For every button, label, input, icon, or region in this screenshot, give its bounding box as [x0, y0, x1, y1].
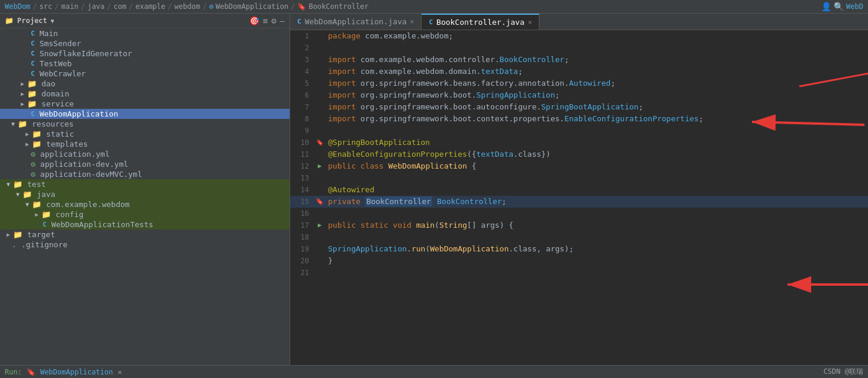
gutter-17: ▶: [314, 219, 326, 231]
tree-item-dao[interactable]: ▶ 📁 dao: [0, 79, 290, 89]
arrow-comexample-test: ▼: [24, 201, 31, 208]
tree-item-config-test[interactable]: ▶ 📁 config: [0, 209, 290, 219]
line-num-10: 10: [290, 137, 314, 148]
arrow-dao: ▶: [19, 80, 26, 87]
account-icon[interactable]: 👤: [821, 2, 831, 11]
tree-label-comexample-test: com.example.webdom: [46, 200, 130, 209]
sidebar-content[interactable]: C Main C SmsSender C SnowflakeIdGenerato…: [0, 28, 290, 365]
tree-item-snowflake[interactable]: C SnowflakeIdGenerator: [0, 49, 290, 59]
line-content-10: @SpringBootApplication: [326, 137, 868, 148]
tree-item-static[interactable]: ▶ 📁 static: [0, 129, 290, 139]
tab-close-webdomapp[interactable]: ✕: [410, 18, 414, 25]
code-line-19: 19 SpringApplication.run(WebDomApplicati…: [290, 243, 868, 255]
tree-item-webcrawler[interactable]: C WebCrawler: [0, 69, 290, 79]
tree-label-webdomapptests: WebDomApplicationTests: [52, 220, 153, 229]
locate-icon[interactable]: 🎯: [249, 16, 259, 25]
breadcrumb-java[interactable]: java: [88, 2, 105, 11]
tree-item-appdevmvcyml[interactable]: ⚙ application-devMVC.yml: [0, 169, 290, 179]
tree-item-comexample-test[interactable]: ▼ 📁 com.example.webdom: [0, 199, 290, 209]
minimize-icon[interactable]: —: [280, 16, 285, 25]
line-num-21: 21: [290, 267, 314, 279]
tree-label-domain: domain: [41, 89, 69, 98]
search-icon[interactable]: 🔍: [834, 2, 844, 11]
line-content-6: import org.springframework.boot.SpringAp…: [326, 89, 868, 101]
line-content-7: import org.springframework.boot.autoconf…: [326, 101, 868, 113]
tree-item-smssender[interactable]: C SmsSender: [0, 38, 290, 49]
line-num-11: 11: [290, 148, 314, 160]
tree-item-appyml[interactable]: ⚙ application.yml: [0, 149, 290, 159]
arrow-templates: ▶: [24, 141, 31, 147]
tab-close-bookcontroller[interactable]: ✕: [528, 18, 532, 26]
class-icon-smssender: C: [31, 40, 35, 47]
sidebar: 📁 Project ▼ 🎯 ≡ ⚙ — C Main C SmsSender: [0, 14, 290, 365]
gutter-9: [314, 125, 326, 137]
collapse-icon[interactable]: ≡: [263, 16, 268, 25]
tree-label-appdevmvcyml: application-devMVC.yml: [40, 170, 142, 179]
tree-label-webdomapp: WebDomApplication: [40, 109, 118, 118]
tree-item-testweb[interactable]: C TestWeb: [0, 59, 290, 69]
tree-label-resources: resources: [32, 119, 73, 128]
tree-label-service: service: [41, 99, 74, 108]
breadcrumb-example[interactable]: example: [136, 2, 166, 11]
tree-label-appyml: application.yml: [40, 150, 110, 159]
tab-webdomapp[interactable]: C WebDomApplication.java ✕: [290, 14, 422, 30]
code-line-9: 9: [290, 125, 868, 137]
breadcrumb-src[interactable]: src: [40, 2, 53, 11]
tree-item-appdevyml[interactable]: ⚙ application-dev.yml: [0, 159, 290, 169]
tab-icon-bookcontroller: C: [429, 18, 433, 26]
class-icon-webdomapptests: C: [43, 221, 47, 228]
breadcrumb-webdom[interactable]: WebDom: [5, 2, 30, 11]
line-content-8: import org.springframework.boot.context.…: [326, 113, 868, 125]
line-num-19: 19: [290, 243, 314, 255]
gutter-18: [314, 231, 326, 243]
breadcrumb-main[interactable]: main: [62, 2, 79, 11]
tree-item-java-test[interactable]: ▼ 📁 java: [0, 189, 290, 199]
tree-item-gitignore[interactable]: . .gitignore: [0, 240, 290, 250]
tree-label-java-test: java: [37, 190, 55, 199]
gutter-15: 🔖: [314, 196, 326, 208]
tree-item-main[interactable]: C Main: [0, 28, 290, 38]
breadcrumb-bar: WebDom / src / main / java / com / examp…: [0, 0, 868, 14]
gutter-1: [314, 30, 326, 42]
line-content-11: @EnableConfigurationProperties({textData…: [326, 148, 868, 160]
settings-icon[interactable]: ⚙: [271, 16, 276, 25]
tree-item-domain[interactable]: ▶ 📁 domain: [0, 89, 290, 99]
code-line-10: 10 🔖 @SpringBootApplication: [290, 137, 868, 148]
gutter-7: [314, 101, 326, 113]
line-content-16: [326, 208, 868, 219]
class-icon-webcrawler: C: [31, 70, 35, 77]
run-app[interactable]: WebDomApplication: [40, 368, 113, 376]
sidebar-title: 📁 Project ▼: [5, 17, 54, 25]
folder-icon-templates: 📁: [32, 140, 41, 148]
tree-item-resources[interactable]: ▼ 📁 resources: [0, 119, 290, 129]
class-icon-snowflake: C: [31, 50, 35, 57]
tree-item-webdomapp[interactable]: C WebDomApplication: [0, 109, 290, 119]
tree-item-test[interactable]: ▼ 📁 test: [0, 179, 290, 189]
gutter-6: [314, 89, 326, 101]
breadcrumb-webdomapp[interactable]: WebDomApplication: [216, 2, 288, 11]
folder-icon-config-test: 📁: [41, 210, 51, 219]
run-close[interactable]: ✕: [118, 368, 122, 376]
file-icon-gitignore: .: [12, 240, 17, 249]
yaml-icon-app: ⚙: [31, 150, 36, 159]
tree-item-service[interactable]: ▶ 📁 service: [0, 99, 290, 109]
tree-label-testweb: TestWeb: [40, 59, 72, 68]
gutter-2: [314, 42, 326, 54]
code-editor[interactable]: 1 package com.example.webdom; 2 3 import…: [290, 30, 868, 365]
tree-item-templates[interactable]: ▶ 📁 templates: [0, 139, 290, 149]
editor-area: C WebDomApplication.java ✕ C BookControl…: [290, 14, 868, 365]
code-line-3: 3 import com.example.webdom.controller.B…: [290, 54, 868, 66]
tree-label-templates: templates: [46, 140, 88, 148]
tree-item-target[interactable]: ▶ 📁 target: [0, 230, 290, 240]
line-num-7: 7: [290, 101, 314, 113]
line-content-1: package com.example.webdom;: [326, 30, 868, 42]
tab-bookcontroller[interactable]: C BookController.java ✕: [422, 14, 539, 30]
code-line-12: 12 ▶ public class WebDomApplication {: [290, 160, 868, 172]
breadcrumb-bookcontroller[interactable]: BookController: [308, 2, 368, 11]
breadcrumb-webdom2[interactable]: webdom: [175, 2, 200, 11]
tree-item-webdomapptests[interactable]: C WebDomApplicationTests: [0, 219, 290, 230]
dropdown-arrow[interactable]: ▼: [51, 18, 54, 24]
breadcrumb-com[interactable]: com: [114, 2, 127, 11]
tree-label-main: Main: [40, 29, 58, 38]
line-num-17: 17: [290, 219, 314, 231]
